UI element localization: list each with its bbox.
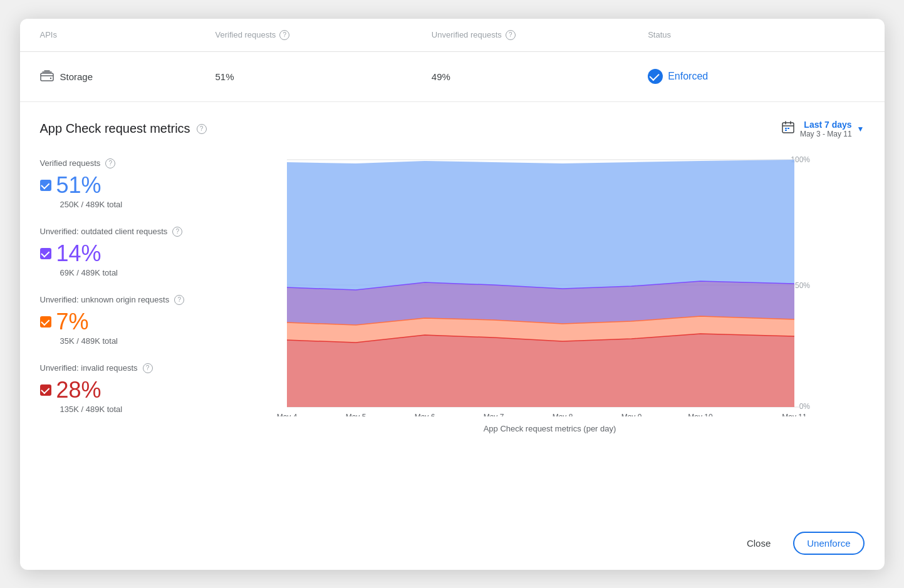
storage-row: Storage 51% 49% Enforced xyxy=(20,52,885,102)
unknown-checkbox[interactable] xyxy=(40,316,51,328)
verified-legend-help-icon[interactable]: ? xyxy=(105,158,115,168)
outdated-legend-label-text: Unverified: outdated client requests xyxy=(40,227,168,236)
legend-item-unknown: Unverified: unknown origin requests ? 7%… xyxy=(40,295,216,346)
verified-checkbox[interactable] xyxy=(40,180,51,191)
legend-label-unknown: Unverified: unknown origin requests ? xyxy=(40,295,216,305)
unknown-legend-help-icon[interactable]: ? xyxy=(174,295,184,305)
svg-text:May 11: May 11 xyxy=(782,413,807,416)
svg-text:May 5: May 5 xyxy=(345,413,366,416)
col-verified: Verified requests ? xyxy=(216,19,432,51)
invalid-total: 135K / 489K total xyxy=(60,405,216,414)
verified-help-icon[interactable]: ? xyxy=(279,30,289,40)
outdated-total: 69K / 489K total xyxy=(60,268,216,277)
dialog: APIs Verified requests ? Unverified requ… xyxy=(20,19,885,570)
metrics-header: App Check request metrics ? Last 7 days xyxy=(40,120,865,138)
close-button[interactable]: Close xyxy=(734,533,783,554)
unenforce-button[interactable]: Unenforce xyxy=(793,532,864,555)
storage-icon xyxy=(40,70,54,83)
verified-percentage: 51% xyxy=(40,172,216,199)
unknown-percentage: 7% xyxy=(40,309,216,335)
svg-text:May 10: May 10 xyxy=(688,413,713,416)
unverified-help-icon[interactable]: ? xyxy=(506,30,516,40)
legend-panel: Verified requests ? 51% 250K / 489K tota… xyxy=(40,153,216,431)
invalid-legend-help-icon[interactable]: ? xyxy=(143,363,153,373)
chart-container: Verified requests ? 51% 250K / 489K tota… xyxy=(40,153,865,433)
svg-rect-5 xyxy=(785,130,787,131)
table-header: APIs Verified requests ? Unverified requ… xyxy=(20,19,885,52)
outdated-checkbox[interactable] xyxy=(40,248,51,259)
chart-x-axis-label: App Check request metrics (per day) xyxy=(236,424,865,433)
legend-label-verified: Verified requests ? xyxy=(40,158,216,168)
enforced-label: Enforced xyxy=(668,71,708,82)
svg-rect-4 xyxy=(787,128,789,129)
legend-item-verified: Verified requests ? 51% 250K / 489K tota… xyxy=(40,158,216,209)
legend-item-outdated: Unverified: outdated client requests ? 1… xyxy=(40,227,216,277)
invalid-checkbox[interactable] xyxy=(40,384,51,396)
svg-point-1 xyxy=(49,77,51,78)
enforced-badge: Enforced xyxy=(648,69,708,84)
outdated-legend-help-icon[interactable]: ? xyxy=(172,227,182,237)
legend-label-outdated: Unverified: outdated client requests ? xyxy=(40,227,216,237)
invalid-legend-label-text: Unverified: invalid requests xyxy=(40,363,138,373)
chart-area: 100% 50% 0% xyxy=(236,153,865,433)
dialog-footer: Close Unenforce xyxy=(20,522,885,570)
col-apis: APIs xyxy=(40,19,216,51)
col-status: Status xyxy=(648,19,864,51)
svg-text:May 7: May 7 xyxy=(483,413,504,416)
legend-item-invalid: Unverified: invalid requests ? 28% 135K … xyxy=(40,363,216,414)
date-range-selector[interactable]: Last 7 days May 3 - May 11 ▼ xyxy=(781,120,865,138)
verified-legend-label-text: Verified requests xyxy=(40,158,101,168)
chart-svg: 100% 50% 0% xyxy=(236,153,865,419)
svg-text:May 9: May 9 xyxy=(621,413,642,416)
date-range-text: Last 7 days May 3 - May 11 xyxy=(800,120,852,138)
storage-verified-pct: 51% xyxy=(216,71,432,82)
svg-text:May 8: May 8 xyxy=(552,413,573,416)
legend-label-invalid: Unverified: invalid requests ? xyxy=(40,363,216,373)
metrics-section: App Check request metrics ? Last 7 days xyxy=(20,102,885,522)
invalid-percentage: 28% xyxy=(40,377,216,403)
svg-rect-0 xyxy=(41,73,53,81)
svg-text:May 4: May 4 xyxy=(276,413,297,416)
storage-status-cell: Enforced xyxy=(648,69,864,84)
verified-total: 250K / 489K total xyxy=(60,200,216,209)
svg-text:50%: 50% xyxy=(794,281,809,290)
metrics-title: App Check request metrics ? xyxy=(40,121,207,136)
unknown-total: 35K / 489K total xyxy=(60,336,216,346)
svg-text:May 6: May 6 xyxy=(414,413,435,416)
col-unverified: Unverified requests ? xyxy=(432,19,648,51)
calendar-icon xyxy=(781,120,795,137)
check-circle-icon xyxy=(648,69,663,84)
dropdown-arrow-icon: ▼ xyxy=(857,125,865,133)
storage-unverified-pct: 49% xyxy=(432,71,648,82)
storage-label: Storage xyxy=(60,71,93,82)
svg-rect-3 xyxy=(785,128,787,129)
storage-name-cell: Storage xyxy=(40,70,216,83)
outdated-percentage: 14% xyxy=(40,240,216,267)
unknown-legend-label-text: Unverified: unknown origin requests xyxy=(40,295,170,304)
metrics-help-icon[interactable]: ? xyxy=(197,124,207,134)
svg-text:0%: 0% xyxy=(799,402,810,411)
